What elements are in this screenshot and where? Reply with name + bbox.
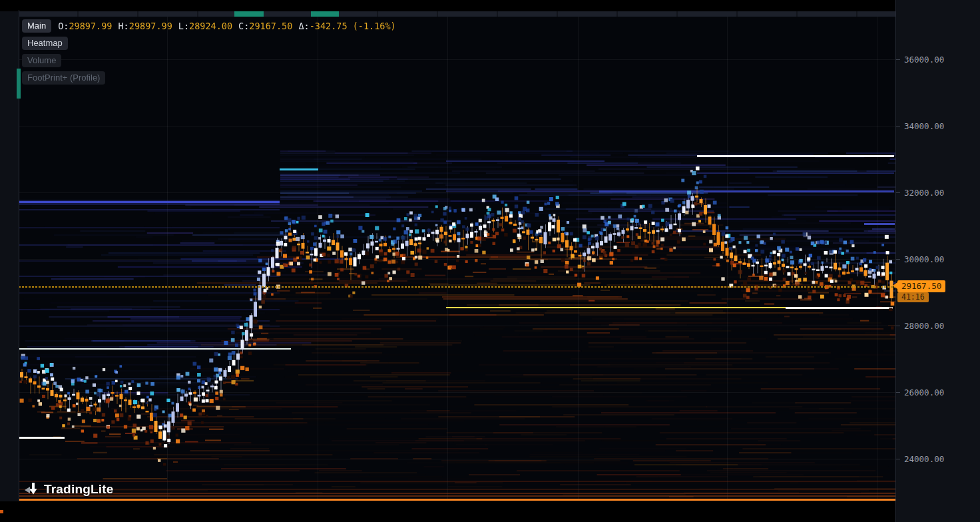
price-tick: 24000.00 xyxy=(896,453,944,464)
price-tick-label: 30000.00 xyxy=(904,254,944,264)
left-accent-bar xyxy=(17,69,21,99)
timeline-strip-segment xyxy=(311,11,339,17)
indicator-chip-heatmap[interactable]: Heatmap xyxy=(22,37,68,50)
timeline-strip[interactable] xyxy=(19,11,980,17)
indicator-chip-volume[interactable]: Volume xyxy=(22,54,61,67)
ohlc-label: L: xyxy=(178,21,189,31)
tradinglite-logo-icon xyxy=(24,482,40,497)
price-tick-label: 34000.00 xyxy=(904,121,944,131)
timeline-strip-segment xyxy=(234,11,264,17)
tradinglite-logo-text: TradingLite xyxy=(44,482,114,497)
ohlc-label: H: xyxy=(118,21,128,31)
price-tick: 30000.00 xyxy=(896,254,944,264)
indicator-chip-footprint-profile-[interactable]: FootPrint+ (Profile) xyxy=(22,71,105,85)
ohlc-value: -342.75 (-1.16%) xyxy=(310,21,396,31)
chart-legend: Main O:29897.99H:29897.99L:28924.00C:291… xyxy=(22,19,396,89)
ohlc-label: O: xyxy=(58,21,69,31)
tradinglite-chart-window: Main O:29897.99H:29897.99L:28924.00C:291… xyxy=(0,0,980,522)
ohlc-legend: O:29897.99H:29897.99L:28924.00C:29167.50… xyxy=(58,21,396,31)
price-tick-label: 32000.00 xyxy=(904,188,944,198)
candle-countdown-tag: 41:16 xyxy=(897,292,929,302)
price-tick: 34000.00 xyxy=(896,121,944,131)
ohlc-label: C: xyxy=(238,21,249,31)
price-tick-label: 24000.00 xyxy=(904,454,944,464)
price-tick-label: 26000.00 xyxy=(904,388,944,397)
price-tick-label: 28000.00 xyxy=(904,321,944,331)
price-tick-label: 36000.00 xyxy=(904,55,944,65)
ohlc-value: 29897.99 xyxy=(69,21,112,31)
price-tick: 36000.00 xyxy=(896,54,944,65)
ohlc-value: 29897.99 xyxy=(129,21,172,31)
price-axis[interactable]: 36000.0034000.0032000.0030000.0028000.00… xyxy=(895,0,980,522)
price-tick: 28000.00 xyxy=(896,320,944,331)
price-tick: 32000.00 xyxy=(896,187,944,198)
price-tick: 26000.00 xyxy=(896,387,944,397)
indicator-list: HeatmapVolumeFootPrint+ (Profile) xyxy=(22,37,396,85)
main-pane-tab[interactable]: Main xyxy=(22,19,51,33)
last-price-tag: 29167.50 xyxy=(897,280,945,292)
tradinglite-logo: TradingLite xyxy=(24,482,114,497)
ohlc-value: 29167.50 xyxy=(249,21,292,31)
ohlc-value: 28924.00 xyxy=(189,21,232,31)
ohlc-label: Δ: xyxy=(298,21,309,31)
